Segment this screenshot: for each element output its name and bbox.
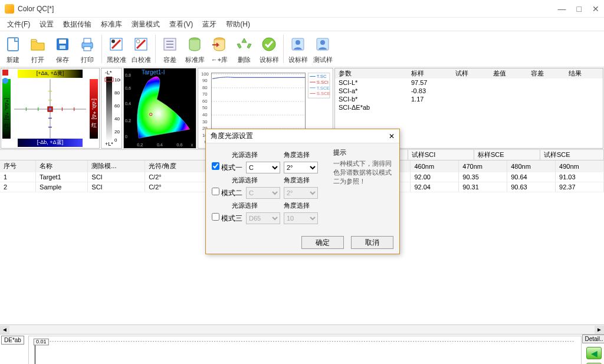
svg-text:0.4: 0.4 [157, 143, 163, 147]
recycle-icon [234, 34, 254, 54]
whitecal-icon [131, 34, 151, 54]
dialog-title: 角度光源设置 [211, 131, 253, 141]
l-bar-panel: -L* 100 80 60 40 20 0 +L* [101, 68, 122, 149]
bottom-chart: 0.01 Sample:SCI [28, 336, 582, 364]
h-scrollbar[interactable]: ◄ ► [0, 324, 604, 334]
menu-measure[interactable]: 测量模式 [128, 18, 163, 31]
toolbar-print-3[interactable]: 打印 [76, 32, 99, 65]
svg-point-19 [296, 40, 300, 45]
mode1-light-select[interactable]: C [246, 162, 280, 173]
col-lightsource: 光源选择 [228, 150, 262, 159]
dialog-close-icon[interactable]: ✕ [389, 132, 395, 140]
status-std-sce: 标样SCE [474, 150, 540, 160]
cie-panel: Target1-I 0.20.40.6x 00.20.40.60.8 [123, 68, 196, 149]
param-header: 差值 [490, 68, 527, 78]
col-angle3: 角度选择 [280, 201, 314, 210]
svg-text:40: 40 [114, 116, 120, 122]
col-angle2: 角度选择 [280, 176, 314, 185]
cie-title: Target1-I [142, 69, 165, 76]
db-icon [185, 34, 205, 54]
save-icon [52, 34, 73, 54]
grid-header[interactable]: 470nm [459, 160, 507, 172]
svg-text:S.SCE: S.SCE [317, 91, 330, 96]
svg-text:50: 50 [202, 105, 208, 110]
col-lightsource3: 光源选择 [228, 201, 262, 210]
svg-rect-2 [59, 40, 66, 44]
menu-bluetooth[interactable]: 蓝牙 [199, 18, 220, 31]
l-minus: -L* [105, 70, 112, 76]
close-button[interactable]: ✕ [592, 4, 599, 14]
svg-point-21 [320, 40, 325, 45]
grid-header[interactable]: 480nm [507, 160, 556, 172]
detail-button[interactable]: Detail.. [582, 335, 604, 343]
tip-body: 一种模式下，测得同色异谱数据将以模式二为参照！ [333, 159, 393, 186]
svg-text:0.4: 0.4 [125, 101, 131, 106]
menu-settings[interactable]: 设置 [36, 18, 57, 31]
mode3-angle-select: 10 [284, 212, 318, 224]
toolbar-file-0[interactable]: 新建 [1, 32, 25, 65]
svg-rect-3 [60, 45, 65, 49]
toolbar-check-10[interactable]: 设标样 [257, 32, 281, 65]
maximize-button[interactable]: □ [577, 4, 582, 14]
menu-file[interactable]: 文件(F) [4, 18, 34, 31]
menu-transfer[interactable]: 数据传输 [60, 18, 95, 31]
mode2-checkbox[interactable]: 模式二 [212, 188, 242, 198]
grid-header[interactable]: 光符/角度 [145, 160, 207, 172]
grid-header[interactable]: 序号 [0, 160, 36, 172]
settings-icon [160, 34, 180, 54]
grid-header[interactable]: 460nm [411, 160, 459, 172]
menu-help[interactable]: 帮助(H) [222, 18, 254, 31]
toolbar-save-2[interactable]: 保存 [51, 32, 74, 65]
check-icon [259, 34, 279, 54]
toolbar-user-12[interactable]: 测试样 [311, 32, 334, 65]
menu-view[interactable]: 查看(V) [166, 18, 196, 31]
mode2-light-select: C [246, 187, 280, 199]
svg-text:40: 40 [202, 112, 208, 117]
grid-header[interactable]: 490nm [556, 160, 604, 172]
cancel-button[interactable]: 取消 [351, 236, 393, 249]
mode1-checkbox[interactable]: 模式一 [212, 162, 242, 173]
param-header: 试样 [452, 68, 490, 78]
mode1-angle-select[interactable]: 2° [284, 162, 318, 173]
toolbar-blackcal-4[interactable]: 黑校准 [104, 32, 128, 65]
mode3-checkbox[interactable]: 模式三 [212, 213, 242, 224]
param-row: SCI-ΔE*ab [335, 103, 603, 112]
svg-point-10 [136, 40, 140, 43]
param-header: 容差 [527, 68, 565, 78]
tab-deab[interactable]: DE*ab [1, 336, 24, 345]
scroll-right-icon[interactable]: ► [595, 326, 604, 334]
svg-text:30: 30 [202, 119, 208, 124]
param-row: SCI-L*97.57 [335, 78, 603, 87]
status-sample-sci: 试样SCI [408, 150, 474, 160]
lab-axis-bottom: [-Δb, +Δ蓝] [18, 139, 83, 147]
minimize-button[interactable]: — [558, 4, 566, 14]
prev-arrow-icon[interactable]: ◀ [586, 347, 602, 359]
param-header: 参数 [335, 68, 408, 78]
toolbar-settings-6[interactable]: 容差 [158, 32, 182, 65]
svg-text:T.SCE: T.SCE [317, 86, 330, 91]
blackcal-icon [106, 34, 126, 54]
toolbar-recycle-9[interactable]: 删除 [232, 32, 256, 65]
svg-text:0.2: 0.2 [125, 119, 131, 123]
svg-text:0.8: 0.8 [125, 73, 131, 78]
ok-button[interactable]: 确定 [301, 236, 344, 249]
grid-header[interactable]: 测除模... [88, 160, 145, 172]
grid-header[interactable]: 名称 [36, 160, 88, 172]
svg-point-51 [150, 113, 152, 116]
toolbar-user-11[interactable]: 设标样 [286, 32, 310, 65]
svg-text:60: 60 [202, 99, 208, 104]
svg-text:100: 100 [114, 77, 120, 83]
toolbar-folder-1[interactable]: 打开 [26, 32, 50, 65]
toolbar-db-7[interactable]: 标准库 [183, 32, 206, 65]
status-sample-sce: 试样SCE [540, 150, 604, 160]
svg-text:S.SCI: S.SCI [317, 80, 329, 85]
svg-text:0.2: 0.2 [137, 143, 143, 147]
cie-chart: 0.20.40.6x 00.20.40.60.8 [124, 68, 196, 148]
toolbar-dbin-8[interactable]: ←+库 [208, 32, 231, 65]
toolbar: 新建打开保存打印黑校准白校准容差标准库←+库删除设标样设标样测试样 [0, 31, 604, 67]
menu-stdlib[interactable]: 标准库 [97, 18, 126, 31]
scroll-left-icon[interactable]: ◄ [0, 326, 9, 334]
dbin-icon [209, 34, 229, 54]
scroll-track[interactable] [9, 326, 595, 334]
toolbar-whitecal-5[interactable]: 白校准 [129, 32, 153, 65]
